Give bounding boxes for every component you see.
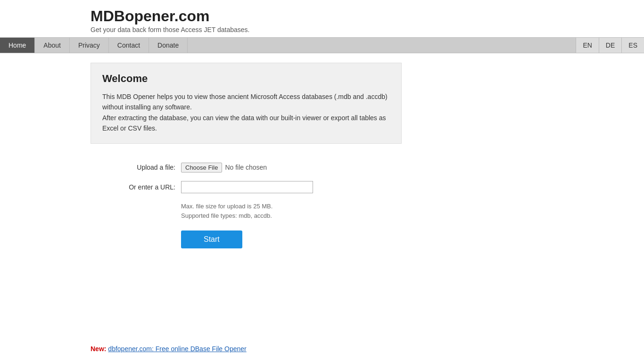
lang-es[interactable]: ES (621, 38, 644, 53)
lang-en[interactable]: EN (576, 38, 598, 53)
lang-de[interactable]: DE (599, 38, 621, 53)
nav-donate[interactable]: Donate (149, 38, 188, 53)
file-type-note: Supported file types: mdb, accdb. (181, 211, 553, 221)
no-file-text: No file chosen (225, 164, 267, 171)
file-upload-row: Upload a file: Choose File No file chose… (119, 163, 553, 173)
welcome-box: Welcome This MDB Opener helps you to vie… (91, 63, 402, 144)
nav-contact[interactable]: Contact (109, 38, 149, 53)
welcome-text: This MDB Opener helps you to view those … (102, 91, 390, 134)
nav-about[interactable]: About (35, 38, 70, 53)
url-label: Or enter a URL: (119, 183, 175, 191)
welcome-title: Welcome (102, 73, 390, 85)
file-notes: Max. file size for upload is 25 MB. Supp… (181, 202, 553, 222)
language-group: EN DE ES (576, 38, 644, 53)
file-input-container: Choose File No file chosen (181, 163, 267, 173)
url-input[interactable] (181, 181, 313, 193)
choose-file-button[interactable]: Choose File (181, 163, 222, 173)
upload-form: Upload a file: Choose File No file chose… (91, 158, 553, 258)
site-title: MDBopener.com (91, 8, 644, 25)
navigation: Home About Privacy Contact Donate EN DE … (0, 37, 644, 53)
nav-home[interactable]: Home (0, 38, 35, 53)
start-button[interactable]: Start (181, 230, 242, 248)
site-subtitle: Get your data back form those Access JET… (91, 26, 644, 33)
url-row: Or enter a URL: (119, 181, 553, 193)
file-size-note: Max. file size for upload is 25 MB. (181, 202, 553, 212)
nav-privacy[interactable]: Privacy (70, 38, 109, 53)
upload-label: Upload a file: (119, 164, 175, 171)
